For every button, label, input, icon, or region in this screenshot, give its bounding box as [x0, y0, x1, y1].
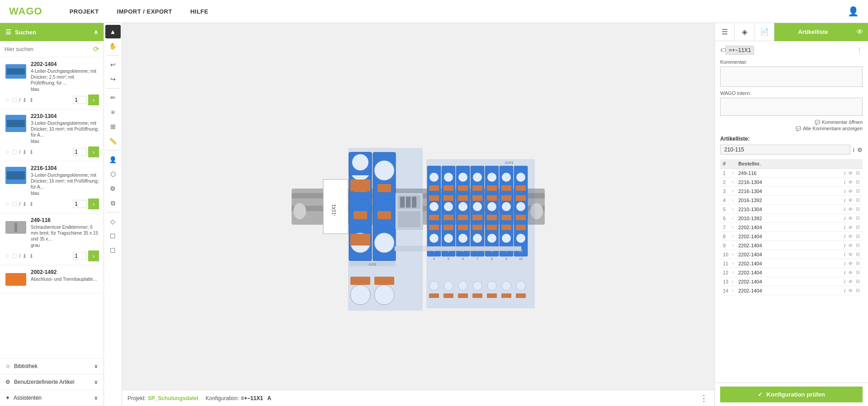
check-icon[interactable]: ☐ [12, 253, 17, 260]
delete-icon[interactable]: ⊟ [856, 224, 860, 230]
eye-icon[interactable]: 👁 [848, 207, 853, 212]
delete-icon[interactable]: ⊟ [856, 188, 860, 194]
eye-icon[interactable]: 👁 [848, 189, 853, 194]
delete-icon[interactable]: ⊟ [856, 288, 860, 293]
menu-icon-button[interactable]: ☰ [715, 23, 735, 41]
info-icon[interactable]: i [844, 270, 845, 275]
star-icon[interactable]: ☆ [5, 253, 10, 260]
canvas-scroll[interactable]: -11X1 1 2 [122, 23, 714, 390]
undo-button[interactable]: ↩ [105, 58, 121, 71]
check-icon[interactable]: ☐ [12, 97, 17, 104]
cube3-button[interactable]: ☐ [105, 244, 121, 257]
eye-icon[interactable]: 👁 [848, 261, 853, 266]
delete-icon[interactable]: ⊟ [856, 206, 860, 212]
pencil-button[interactable]: ✏ [105, 91, 121, 104]
eye-icon[interactable]: 👁 [848, 270, 853, 275]
eye-icon[interactable]: 👁 [848, 243, 853, 248]
download-icon[interactable]: ⬇ [22, 201, 27, 208]
row-expand-arrow[interactable]: › [732, 288, 738, 293]
eye-icon[interactable]: 👁 [848, 216, 853, 221]
comment-box[interactable] [720, 66, 863, 87]
sidebar-item-benutzerdefinierte[interactable]: ⚙ Benutzerdefinierte Artikel ∨ [0, 374, 104, 390]
search-refresh-button[interactable]: ⟳ [93, 45, 99, 53]
more-options-icon[interactable]: ⋮ [700, 393, 709, 403]
nav-hilfe[interactable]: HILFE [190, 8, 208, 15]
row-expand-arrow[interactable]: › [732, 216, 738, 221]
download2-icon[interactable]: ⬇ [29, 97, 34, 104]
add-button[interactable]: › [88, 146, 99, 157]
download2-icon[interactable]: ⬇ [29, 253, 34, 260]
hand-tool-button[interactable]: ✋ [105, 39, 121, 53]
info-icon[interactable]: i [844, 189, 845, 194]
quantity-input[interactable] [73, 96, 86, 104]
ruler-button[interactable]: 📏 [105, 134, 121, 148]
info-icon[interactable]: i [19, 201, 20, 207]
delete-icon[interactable]: ⊟ [856, 251, 860, 257]
project-value[interactable]: SP_Schulungsdatei [148, 395, 198, 401]
gear-button[interactable]: ⚙ [105, 182, 121, 195]
info-icon[interactable]: i [844, 243, 845, 248]
sidebar-item-assistenten[interactable]: ✦ Assistenten ∨ [0, 390, 104, 406]
delete-icon[interactable]: ⊟ [856, 197, 860, 203]
info-icon[interactable]: i [844, 198, 845, 203]
delete-icon[interactable]: ⊟ [856, 233, 860, 239]
eye-icon[interactable]: 👁 [848, 179, 853, 185]
info-icon[interactable]: i [844, 261, 845, 266]
delete-icon[interactable]: ⊟ [856, 170, 860, 176]
person-button[interactable]: 👤 [105, 153, 121, 166]
delete-icon[interactable]: ⊟ [856, 279, 860, 284]
info-icon[interactable]: i [844, 207, 845, 212]
row-expand-arrow[interactable]: › [732, 234, 738, 239]
info-icon[interactable]: i [844, 234, 845, 239]
quantity-input[interactable] [73, 252, 86, 260]
select-tool-button[interactable]: ▲ [105, 25, 121, 38]
download-icon[interactable]: ⬇ [22, 149, 27, 156]
row-expand-arrow[interactable]: › [732, 252, 738, 257]
info-icon[interactable]: i [19, 253, 20, 259]
add-button[interactable]: › [88, 198, 99, 209]
cube1-button[interactable]: ◇ [105, 215, 121, 228]
row-expand-arrow[interactable]: › [732, 225, 738, 230]
quantity-input[interactable] [73, 200, 86, 208]
eye-icon[interactable]: 👁 [848, 225, 853, 230]
eye-icon[interactable]: 👁 [848, 234, 853, 239]
star-icon[interactable]: ☆ [5, 97, 10, 104]
info-icon[interactable]: i [19, 97, 20, 103]
row-expand-arrow[interactable]: › [732, 261, 738, 266]
eye-icon[interactable]: 👁 [848, 198, 853, 203]
add-button[interactable]: › [88, 250, 99, 261]
check-config-button[interactable]: ✓ Konfiguration prüfen [720, 387, 863, 402]
add-button[interactable]: › [88, 94, 99, 105]
chevron-up-icon[interactable]: ∧ [94, 28, 98, 36]
copy-button[interactable]: ⧉ [105, 196, 121, 210]
list-button[interactable]: ≡ [105, 105, 121, 119]
download-icon[interactable]: ⬇ [22, 97, 27, 104]
comment-open-link[interactable]: 💬 Kommentar öffnen [815, 119, 863, 125]
eye-icon[interactable]: 👁 [848, 279, 853, 284]
download-icon[interactable]: ⬇ [22, 253, 27, 260]
cube2-button[interactable]: ☐ [105, 229, 121, 243]
delete-icon[interactable]: ⊟ [856, 260, 860, 266]
quantity-input[interactable] [73, 148, 86, 156]
star-icon[interactable]: ☆ [5, 149, 10, 156]
cube-icon-button[interactable]: ◈ [735, 23, 755, 41]
download2-icon[interactable]: ⬇ [29, 201, 34, 208]
row-expand-arrow[interactable]: › [732, 179, 738, 184]
all-comments-link[interactable]: 💬 Alle Kommentare anzeigen [796, 126, 863, 131]
row-expand-arrow[interactable]: › [732, 279, 738, 284]
delete-icon[interactable]: ⊟ [856, 269, 860, 275]
info-icon[interactable]: i [844, 216, 845, 221]
star-icon[interactable]: ☆ [5, 201, 10, 208]
eye-icon[interactable]: 👁 [848, 170, 853, 176]
info-icon[interactable]: i [844, 179, 845, 185]
hamburger-icon[interactable]: ☰ [5, 28, 11, 36]
eye-icon[interactable]: 👁 [848, 288, 853, 293]
search-input[interactable] [5, 46, 93, 52]
download2-icon[interactable]: ⬇ [29, 149, 34, 156]
delete-icon[interactable]: ⊟ [856, 215, 860, 221]
row-expand-arrow[interactable]: › [732, 270, 738, 275]
delete-icon[interactable]: ⊟ [856, 242, 860, 248]
info-icon[interactable]: i [844, 252, 845, 257]
row-expand-arrow[interactable]: › [732, 189, 738, 194]
redo-button[interactable]: ↪ [105, 72, 121, 86]
